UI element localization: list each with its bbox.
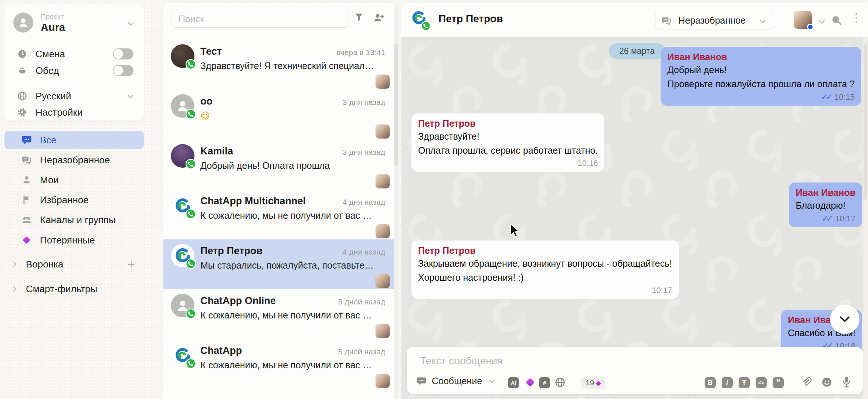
message-input[interactable] (420, 353, 753, 369)
chat-bubble-icon (416, 376, 427, 386)
sidebar-item-label: Все (40, 134, 57, 146)
gear-icon (17, 107, 27, 117)
operator-avatar (376, 125, 390, 139)
sidebar-item-label: Неразобранное (40, 154, 110, 166)
list-item[interactable]: ChatApp 5 дней назад К сожалению, мы не … (163, 339, 399, 389)
status-filter-label: Неразобранное (678, 15, 746, 26)
project-label: Проект (41, 13, 64, 21)
token-counter[interactable]: 19 ◆ (581, 376, 606, 389)
divider (4, 87, 144, 87)
message-incoming[interactable]: Иван Иванов Благодарю! ✓✓10:17 (789, 183, 862, 227)
message-line: Проверьте пожалуйста прошла ли оплата ? (667, 79, 855, 89)
message-outgoing[interactable]: Петр Петров Здравствуйте! Оплата прошла,… (411, 113, 604, 172)
ai-button[interactable]: AI (508, 377, 519, 388)
microphone-icon[interactable] (841, 376, 852, 388)
message-area-scrollbar[interactable] (863, 37, 868, 399)
project-name: Aura (41, 21, 65, 34)
add-contact-icon[interactable] (373, 12, 384, 23)
language-row[interactable]: Русский (4, 88, 144, 104)
section-label: Воронка (26, 259, 64, 270)
settings-row[interactable]: Настройки (4, 104, 144, 120)
chat-name: ChatApp Multichannel (200, 195, 306, 207)
conversation-avatar[interactable] (408, 7, 430, 29)
code-button[interactable]: <> (756, 377, 767, 388)
list-item-selected[interactable]: Петр Петров 4 дня назад Мы старались, по… (163, 239, 399, 289)
list-item[interactable]: Тест вчера в 13:41 Здравствуйте! Я техни… (163, 40, 399, 90)
italic-button[interactable]: I (722, 377, 733, 388)
message-meta: ✓✓10:15 (667, 92, 855, 102)
filter-funnel-icon[interactable] (353, 12, 365, 23)
sidebar-item-unsorted[interactable]: Неразобранное (4, 151, 144, 169)
project-avatar[interactable] (13, 13, 33, 33)
lost-diamond-icon (21, 235, 32, 245)
whatsapp-badge-icon (186, 59, 196, 69)
status-filter-dropdown[interactable]: Неразобранное (655, 11, 774, 30)
message-line: Благодарю! (796, 200, 855, 211)
sidebar-item-all[interactable]: Все (4, 131, 144, 149)
chat-preview: К сожалению, мы не получили от вас ответ… (200, 210, 374, 221)
lunch-row: Обед (4, 62, 144, 79)
lunch-toggle[interactable] (113, 65, 133, 76)
avatar (171, 344, 194, 367)
translate-globe-icon[interactable] (555, 377, 566, 388)
list-item[interactable]: oo 3 дня назад 😃 (163, 90, 399, 140)
chat-time: 3 дня назад (343, 148, 385, 157)
chats-icon (661, 16, 672, 26)
chat-preview: Мы старались, пожалуйста, поставьте оцен… (200, 260, 374, 271)
chat-list-scrollbar[interactable] (394, 3, 399, 399)
date-badge: 26 марта (609, 43, 665, 59)
message-outgoing[interactable]: Петр Петров Закрываем обращение, возникн… (411, 241, 679, 299)
sidebar-section-smart-filters[interactable]: Смарт-фильтры (4, 280, 144, 298)
add-funnel-button[interactable]: + (128, 257, 135, 272)
avatar (171, 244, 194, 267)
sidebar-item-mine[interactable]: Мои (4, 171, 144, 189)
strikethrough-button[interactable]: Ŧ (739, 377, 750, 388)
whatsapp-badge-icon (186, 358, 196, 369)
template-hash-button[interactable]: # (539, 377, 550, 388)
chevron-down-icon (487, 377, 496, 386)
message-meta: 10:17 (418, 286, 672, 295)
chat-name: Тест (200, 46, 222, 57)
sidebar-item-lost[interactable]: Потерянные (4, 231, 144, 249)
token-diamond-icon: ◆ (596, 379, 601, 387)
message-type-dropdown[interactable]: Сообщение (416, 376, 496, 386)
emoji-icon[interactable] (821, 376, 833, 388)
chevron-down-icon[interactable] (817, 17, 827, 27)
settings-label: Настройки (35, 107, 83, 118)
app-root: Проект Aura Смена Обед (0, 0, 868, 399)
sidebar-section-funnel[interactable]: Воронка + (4, 255, 144, 273)
list-item[interactable]: ChatApp Online 5 дней назад К сожалению,… (163, 289, 399, 339)
chevron-down-icon (838, 312, 852, 326)
quote-button[interactable]: ” (773, 377, 784, 388)
current-operator-avatar[interactable] (794, 11, 812, 29)
message-incoming[interactable]: Иван Иванов Добрый день! Проверьте пожал… (661, 47, 861, 106)
chat-time: 5 дней назад (338, 297, 385, 306)
message-author: Петр Петров (418, 118, 598, 129)
chat-preview: К сожалению, мы не получили от вас ответ… (200, 360, 374, 371)
message-line: Добрый день! (667, 65, 855, 75)
attachment-icon[interactable] (801, 376, 813, 388)
search-icon[interactable] (830, 14, 843, 27)
project-card: Проект Aura Смена Обед (4, 4, 144, 120)
magic-diamond-icon[interactable] (524, 376, 536, 388)
chat-preview: Добрый день! Оплата прошла (200, 160, 374, 171)
kebab-menu-icon[interactable] (855, 13, 858, 25)
message-time: 10:17 (835, 214, 855, 223)
read-check-icon: ✓✓ (821, 92, 830, 102)
chat-preview: Здравствуйте! Я технический специалист к… (200, 61, 374, 71)
chevron-down-icon[interactable] (126, 19, 136, 29)
list-item[interactable]: Kamila 3 дня назад Добрый день! Оплата п… (163, 140, 399, 190)
sidebar-item-channels[interactable]: Каналы и группы (4, 211, 144, 229)
list-item[interactable]: ChatApp Multichannel 4 дня назад К сожал… (163, 190, 399, 239)
conversation-title: Петр Петров (438, 13, 503, 25)
search-input[interactable] (172, 10, 349, 27)
chat-list-panel: Тест вчера в 13:41 Здравствуйте! Я техни… (163, 3, 399, 399)
chat-name: ChatApp Online (200, 295, 276, 307)
bold-button[interactable]: B (705, 377, 716, 388)
conversation-header: Петр Петров Неразобранное (401, 3, 868, 37)
sidebar-item-favorites[interactable]: Избранное (4, 191, 144, 209)
avatar (171, 44, 194, 68)
scroll-to-bottom-button[interactable] (830, 304, 859, 334)
chat-name: oo (200, 96, 213, 107)
shift-toggle[interactable] (113, 48, 133, 59)
